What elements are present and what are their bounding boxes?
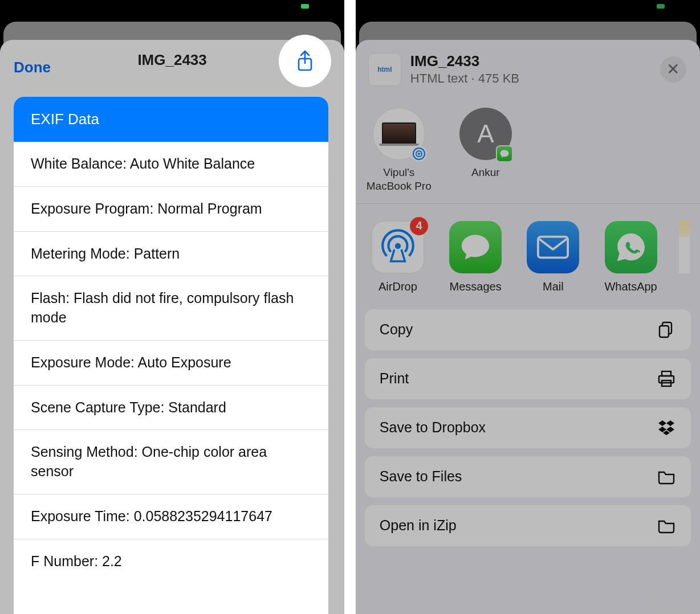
exif-row: Flash: Flash did not fire, compulsory fl… (14, 276, 328, 341)
action-label: Print (380, 370, 409, 387)
airdrop-targets: Vipul's MacBook Pro A Ankur (356, 92, 700, 203)
status-indicator (301, 4, 309, 9)
messages-icon (449, 221, 502, 273)
svg-rect-2 (538, 236, 568, 257)
svg-rect-4 (660, 326, 669, 337)
mail-icon (527, 221, 579, 273)
exif-row: Sensing Method: One-chip color area sens… (14, 430, 328, 494)
exif-panel: EXIF Data White Balance: Auto White Bala… (14, 97, 328, 614)
action-label: Save to Dropbox (380, 419, 486, 436)
exif-row: Exposure Program: Normal Program (14, 187, 328, 232)
print-icon (657, 369, 676, 388)
action-save-files[interactable]: Save to Files (365, 456, 691, 497)
svg-rect-5 (662, 371, 671, 376)
share-button[interactable] (280, 36, 329, 85)
airdrop-target-contact[interactable]: A Ankur (453, 108, 519, 193)
app-mail[interactable]: Mail (523, 221, 583, 293)
file-subtitle: HTML text · 475 KB (410, 71, 660, 86)
exif-header: EXIF Data (14, 97, 328, 142)
contact-avatar: A (459, 108, 512, 160)
notification-badge: 4 (410, 217, 428, 235)
app-airdrop[interactable]: 4 AirDrop (368, 221, 428, 293)
app-label: AirDrop (379, 280, 417, 293)
airdrop-target-label: Vipul's MacBook Pro (367, 166, 432, 193)
share-apps: 4 AirDrop Messages (356, 204, 700, 301)
status-bar (0, 0, 344, 14)
app-label: Mail (543, 280, 564, 293)
share-icon (296, 50, 314, 72)
action-copy[interactable]: Copy (365, 309, 691, 350)
action-label: Open in iZip (380, 517, 457, 534)
exif-row: Metering Mode: Pattern (14, 232, 328, 277)
file-thumbnail: html (368, 53, 401, 86)
exif-row: White Balance: Auto White Balance (14, 142, 328, 187)
app-whatsapp[interactable]: WhatsApp (601, 221, 660, 293)
exif-row: F Number: 2.2 (14, 539, 328, 584)
app-messages[interactable]: Messages (446, 221, 505, 293)
notes-icon (679, 221, 690, 273)
watermark: www.deuaq.com (642, 602, 697, 611)
copy-icon (657, 320, 676, 339)
action-open-izip[interactable]: Open in iZip (365, 505, 691, 546)
folder-icon (657, 467, 676, 486)
action-save-dropbox[interactable]: Save to Dropbox (365, 407, 691, 448)
action-print[interactable]: Print (365, 358, 691, 399)
airdrop-icon: 4 (372, 221, 424, 273)
exif-row: Scene Capture Type: Standard (14, 386, 328, 431)
whatsapp-icon (605, 221, 657, 273)
airdrop-target-mac[interactable]: Vipul's MacBook Pro (366, 108, 432, 193)
airdrop-target-label: Ankur (471, 166, 500, 179)
action-label: Save to Files (380, 468, 462, 485)
share-sheet: html IMG_2433 HTML text · 475 KB ✕ (356, 40, 700, 614)
app-label: WhatsApp (604, 280, 657, 293)
action-label: Copy (380, 321, 413, 338)
folder-icon (657, 516, 676, 535)
done-button[interactable]: Done (14, 59, 51, 76)
detail-sheet: Done IMG_2433 EXIF Data White Balance: A (0, 40, 344, 614)
airdrop-badge-icon (411, 146, 427, 162)
messages-badge-icon (496, 145, 513, 162)
exif-row: Exposure Time: 0.0588235294117647 (14, 494, 328, 539)
svg-point-1 (395, 243, 401, 248)
close-icon: ✕ (666, 60, 679, 79)
left-screenshot: Done IMG_2433 EXIF Data White Balance: A (0, 0, 344, 614)
status-indicator (657, 4, 665, 9)
close-button[interactable]: ✕ (660, 56, 686, 83)
app-next[interactable] (679, 221, 690, 293)
macbook-icon (379, 122, 419, 146)
file-name: IMG_2433 (410, 52, 660, 70)
right-screenshot: html IMG_2433 HTML text · 475 KB ✕ (356, 0, 700, 614)
app-label: Messages (450, 280, 502, 293)
exif-row: Exposure Mode: Auto Exposure (14, 341, 328, 386)
status-bar (356, 0, 700, 14)
dropbox-icon (657, 418, 676, 437)
